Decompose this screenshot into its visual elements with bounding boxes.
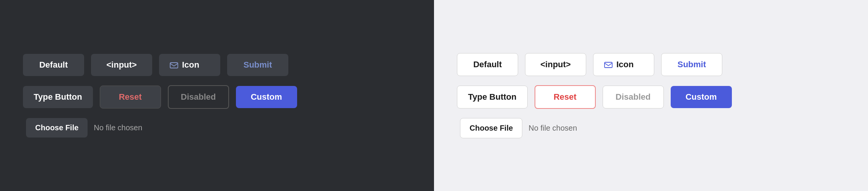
dark-icon-button[interactable]: Icon (159, 54, 220, 76)
envelope-icon (170, 60, 178, 70)
dark-disabled-button[interactable]: Disabled (168, 85, 229, 109)
light-row-2: Type Button Reset Disabled Custom (457, 85, 845, 109)
dark-reset-button[interactable]: Reset (100, 86, 161, 108)
dark-custom-button[interactable]: Custom (236, 86, 297, 108)
light-reset-button[interactable]: Reset (535, 85, 596, 109)
dark-submit-button[interactable]: Submit (227, 54, 288, 76)
light-panel: Default <input> Icon Submit Type Button … (434, 0, 868, 191)
dark-no-file-label: No file chosen (94, 123, 142, 132)
dark-row-1: Default <input> Icon Submit (23, 54, 411, 76)
light-custom-button[interactable]: Custom (671, 86, 732, 108)
light-choose-file-button[interactable]: Choose File (460, 118, 522, 138)
dark-row-2: Type Button Reset Disabled Custom (23, 85, 411, 109)
dark-input-button[interactable]: <input> (91, 54, 152, 76)
light-row-1: Default <input> Icon Submit (457, 53, 845, 76)
envelope-icon-light (604, 60, 613, 70)
dark-file-row: Choose File No file chosen (23, 118, 411, 138)
light-default-button[interactable]: Default (457, 53, 518, 76)
light-submit-button[interactable]: Submit (661, 53, 722, 76)
dark-type-button[interactable]: Type Button (23, 86, 93, 108)
light-type-button[interactable]: Type Button (457, 86, 528, 108)
dark-icon-button-label: Icon (182, 60, 199, 70)
dark-default-button[interactable]: Default (23, 54, 84, 76)
light-disabled-button[interactable]: Disabled (603, 86, 664, 108)
dark-panel: Default <input> Icon Submit Type Button … (0, 0, 434, 191)
svg-rect-1 (605, 62, 612, 68)
light-icon-button[interactable]: Icon (593, 53, 654, 76)
light-no-file-label: No file chosen (528, 124, 577, 133)
light-file-row: Choose File No file chosen (457, 118, 845, 138)
light-input-button[interactable]: <input> (525, 53, 586, 76)
light-icon-button-label: Icon (616, 60, 634, 70)
dark-choose-file-button[interactable]: Choose File (26, 118, 88, 138)
svg-rect-0 (170, 63, 178, 68)
